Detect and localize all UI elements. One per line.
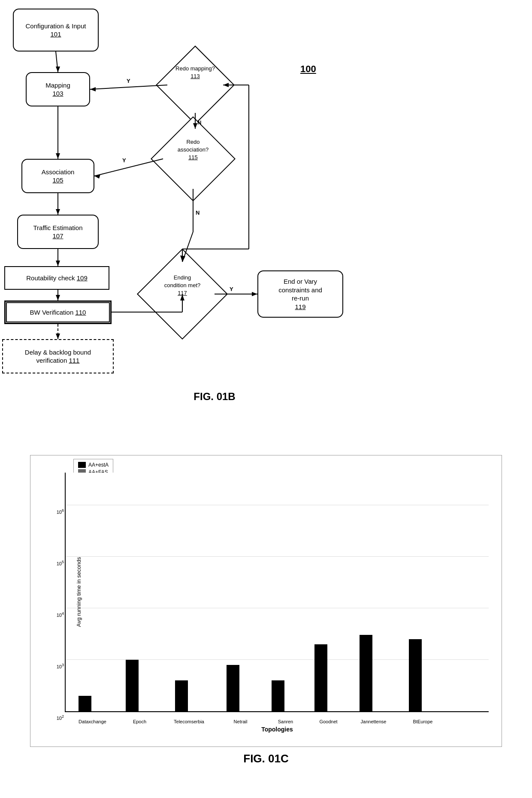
- bar-telecomserbia-aa-esta: [175, 680, 188, 711]
- mapping-box: Mapping 103: [26, 72, 90, 106]
- svg-marker-16: [90, 87, 96, 91]
- bar-label-bteurope: BtEurope: [413, 719, 433, 724]
- bar-group-jannetense: Jannettense: [360, 635, 387, 711]
- gridline-1e5: 105: [66, 556, 489, 557]
- svg-marker-7: [56, 261, 60, 266]
- routability-label: Routability check 109: [26, 274, 88, 282]
- association-box: Association 105: [21, 159, 94, 193]
- assoc-label: Association: [42, 168, 75, 176]
- svg-marker-5: [56, 209, 60, 215]
- bar-dataxchange-aa-esta: [79, 696, 91, 711]
- svg-text:N: N: [196, 209, 200, 216]
- bw-box: BW Verification 110: [4, 300, 112, 324]
- ytick-1e5: 105: [57, 560, 64, 566]
- bar-label-goodnet: Goodnet: [319, 719, 337, 724]
- bar-chart: AA+estA AA+FAS Avg running time in secon…: [30, 455, 502, 747]
- gridline-1e6: 106: [66, 505, 489, 505]
- bar-bteurope-aa-esta: [409, 639, 422, 711]
- legend-item-aa-esta: AA+estA: [78, 462, 109, 468]
- bar-group-netrail: Netrail: [227, 665, 254, 711]
- svg-text:Y: Y: [122, 157, 126, 164]
- bw-label: BW Verification 110: [30, 308, 86, 317]
- config-input-box: Configuration & Input 101: [13, 9, 99, 52]
- bar-jannetense-aa-esta: [360, 635, 372, 711]
- svg-marker-29: [252, 292, 257, 296]
- bar-group-dataxchange: Dataxchange: [79, 696, 106, 711]
- bar-epoch-aa-esta: [126, 660, 139, 711]
- routability-box: Routability check 109: [4, 266, 109, 290]
- ytick-1e6: 106: [57, 508, 64, 515]
- legend-label-aa-esta: AA+estA: [88, 462, 109, 468]
- mapping-ref: 103: [52, 89, 63, 98]
- end-vary-ref: 119: [295, 303, 305, 311]
- svg-marker-22: [94, 174, 100, 179]
- bar-netrail-aa-esta: [227, 665, 239, 711]
- y-axis-label: Avg running time in seconds: [76, 549, 82, 635]
- traffic-ref: 107: [52, 232, 63, 240]
- ytick-1e3: 103: [57, 663, 64, 669]
- gridline-1e4: 104: [66, 608, 489, 608]
- svg-text:Y: Y: [230, 286, 233, 292]
- bar-group-sanren: Sanren: [272, 680, 299, 711]
- svg-line-21: [94, 159, 163, 176]
- ref-100: 100: [300, 64, 316, 75]
- bar-label-sanren: Sanren: [278, 719, 293, 724]
- end-vary-label: End or Varyconstraints andre-run: [278, 277, 322, 303]
- ending-label: Endingcondition met?117: [154, 274, 210, 297]
- ytick-1e4: 104: [57, 611, 64, 618]
- x-axis-label: Topologies: [261, 726, 293, 733]
- assoc-ref: 105: [52, 176, 63, 185]
- fig-01c-label: FIG. 01C: [17, 752, 515, 765]
- redo-mapping-label: Redo mapping?113: [171, 65, 220, 80]
- legend-swatch-aa-esta: [78, 462, 86, 468]
- svg-line-0: [56, 52, 58, 72]
- svg-marker-11: [56, 334, 60, 339]
- traffic-box: Traffic Estimation 107: [17, 215, 99, 249]
- flowchart-section: 100 Configuration & Input 101 Mapping 10…: [0, 0, 532, 438]
- fig-01b-label: FIG. 01B: [150, 391, 279, 403]
- bar-label-epoch: Epoch: [133, 719, 146, 724]
- bar-group-bteurope: BtEurope: [409, 639, 437, 711]
- svg-text:Y: Y: [127, 78, 130, 84]
- traffic-label: Traffic Estimation: [33, 224, 82, 232]
- svg-line-15: [90, 85, 167, 89]
- ending-diamond: Endingcondition met?117: [150, 262, 215, 326]
- redo-assoc-label: Redoassociation?115: [167, 138, 219, 162]
- svg-marker-3: [56, 153, 60, 159]
- bar-label-telecomserbia: Telecomserbia: [174, 719, 204, 724]
- ytick-1e2: 102: [57, 714, 64, 721]
- redo-mapping-diamond: Redo mapping?113: [167, 57, 223, 113]
- chart-plot-area: Avg running time in seconds Topologies 1…: [65, 473, 489, 712]
- bar-label-dataxchange: Dataxchange: [79, 719, 106, 724]
- svg-marker-1: [56, 67, 60, 72]
- mapping-label: Mapping: [45, 81, 70, 90]
- end-vary-box: End or Varyconstraints andre-run 119: [257, 270, 343, 318]
- bar-group-epoch: Epoch: [126, 660, 154, 711]
- config-ref: 101: [50, 30, 61, 39]
- redo-assoc-diamond: Redoassociation?115: [163, 129, 223, 189]
- bar-label-jannetense: Jannettense: [361, 719, 387, 724]
- delay-label: Delay & backlog boundverification 111: [25, 348, 91, 365]
- delay-box: Delay & backlog boundverification 111: [2, 339, 114, 373]
- bar-group-goodnet: Goodnet: [314, 644, 342, 711]
- bar-group-telecomserbia: Telecomserbia: [175, 680, 203, 711]
- config-label: Configuration & Input: [26, 22, 86, 30]
- bar-sanren-aa-esta: [272, 680, 284, 711]
- bar-goodnet-aa-esta: [314, 644, 327, 711]
- svg-marker-9: [56, 295, 60, 300]
- chart-section: AA+estA AA+FAS Avg running time in secon…: [0, 438, 532, 791]
- bar-label-netrail: Netrail: [234, 719, 248, 724]
